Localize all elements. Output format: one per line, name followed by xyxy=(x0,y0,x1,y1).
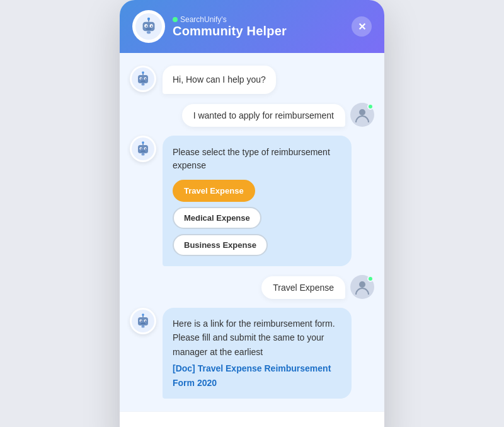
doc-link[interactable]: [Doc] Travel Expense Reimbursement Form … xyxy=(173,361,341,390)
svg-rect-38 xyxy=(141,323,146,324)
user-bubble-1: I wanted to apply for reimbursement xyxy=(182,104,345,127)
svg-rect-16 xyxy=(141,81,146,81)
svg-rect-19 xyxy=(142,83,145,86)
messages-area: Hi, How can I help you? I wanted to appl… xyxy=(120,53,384,411)
svg-rect-1 xyxy=(143,22,155,32)
svg-point-14 xyxy=(140,78,142,79)
online-dot xyxy=(173,17,178,22)
user-message-1: I wanted to apply for reimbursement xyxy=(130,103,374,127)
header-bot-avatar xyxy=(132,10,165,43)
svg-rect-30 xyxy=(142,153,145,156)
user-avatar-1 xyxy=(350,103,374,127)
business-expense-button[interactable]: Business Expense xyxy=(173,234,268,256)
bot-bubble-1: Hi, How can I help you? xyxy=(163,66,276,94)
header-brand: SearchUnify's xyxy=(173,15,287,24)
svg-point-31 xyxy=(359,281,365,288)
chat-header: SearchUnify's Community Helper ✕ xyxy=(120,0,384,53)
options-bubble: Please select the type of reimbursement … xyxy=(163,136,352,266)
svg-point-15 xyxy=(145,78,146,79)
chat-widget: SearchUnify's Community Helper ✕ xyxy=(120,0,384,427)
input-area: ➤ xyxy=(120,411,384,427)
options-buttons: Travel Expense Medical Expense Business … xyxy=(173,180,341,256)
svg-point-25 xyxy=(140,148,142,149)
close-button[interactable]: ✕ xyxy=(352,16,372,37)
header-info: SearchUnify's Community Helper xyxy=(173,15,287,38)
user-message-2: Travel Expense xyxy=(130,275,374,299)
svg-rect-6 xyxy=(146,28,151,30)
user-online-dot xyxy=(367,103,374,110)
svg-point-26 xyxy=(145,148,146,149)
send-icon: ➤ xyxy=(361,423,372,427)
svg-point-8 xyxy=(147,18,150,20)
bot-message-2: Please select the type of reimbursement … xyxy=(130,136,374,266)
svg-point-4 xyxy=(146,25,147,26)
bot-avatar-3 xyxy=(130,308,156,334)
travel-expense-button[interactable]: Travel Expense xyxy=(173,180,255,202)
svg-point-5 xyxy=(151,25,152,26)
medical-expense-button[interactable]: Medical Expense xyxy=(173,207,261,229)
svg-point-36 xyxy=(140,320,142,322)
user-avatar-2 xyxy=(350,275,374,299)
link-bubble: Here is a link for the reimbursement for… xyxy=(163,308,352,399)
svg-rect-22 xyxy=(138,145,148,153)
user-bubble-2: Travel Expense xyxy=(261,276,345,299)
svg-rect-11 xyxy=(138,75,148,83)
svg-rect-27 xyxy=(141,151,146,151)
bot-message-3: Here is a link for the reimbursement for… xyxy=(130,308,374,399)
svg-point-40 xyxy=(142,313,144,316)
bot-message-1: Hi, How can I help you? xyxy=(130,66,374,94)
svg-point-37 xyxy=(145,320,146,322)
svg-rect-33 xyxy=(138,317,148,325)
send-button[interactable]: ➤ xyxy=(358,421,374,427)
svg-point-20 xyxy=(359,109,365,115)
svg-rect-41 xyxy=(142,325,145,328)
header-left: SearchUnify's Community Helper xyxy=(132,10,287,43)
user-online-dot-2 xyxy=(367,276,374,282)
svg-point-18 xyxy=(142,71,144,74)
bot-avatar-2 xyxy=(130,136,156,162)
svg-rect-9 xyxy=(147,31,151,33)
header-title: Community Helper xyxy=(173,24,287,38)
options-text: Please select the type of reimbursement … xyxy=(173,146,341,172)
bot-avatar-1 xyxy=(130,66,156,92)
svg-point-29 xyxy=(142,141,144,144)
